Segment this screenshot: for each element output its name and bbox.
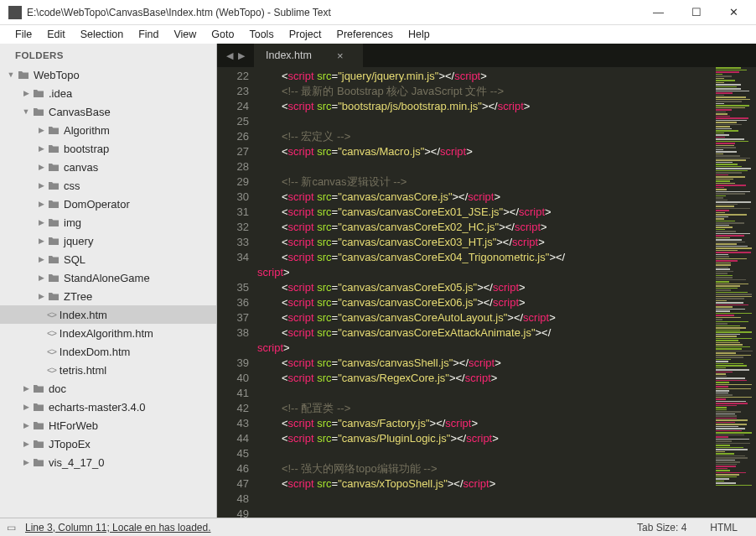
- nav-forward-icon[interactable]: ▶: [238, 50, 245, 61]
- tab-history-nav: ◀ ▶: [217, 44, 254, 67]
- window-controls: — ☐ ✕: [639, 1, 753, 24]
- folder-doc[interactable]: ▶doc: [0, 379, 216, 398]
- tree-label: JTopoEx: [49, 438, 91, 450]
- menu-view[interactable]: View: [167, 27, 203, 42]
- disclosure-triangle-icon[interactable]: ▶: [20, 421, 32, 429]
- file-icon: <>: [47, 346, 56, 356]
- disclosure-triangle-icon[interactable]: ▶: [35, 292, 47, 300]
- menu-file[interactable]: File: [8, 27, 39, 42]
- file-icon: <>: [47, 310, 56, 320]
- maximize-button[interactable]: ☐: [677, 1, 715, 24]
- disclosure-triangle-icon[interactable]: ▶: [20, 440, 32, 448]
- tree-label: vis_4_17_0: [49, 456, 105, 469]
- tree-label: CanvasBase: [49, 106, 111, 118]
- folder-icon: [47, 216, 60, 228]
- menu-help[interactable]: Help: [401, 27, 437, 42]
- minimize-button[interactable]: —: [639, 1, 677, 24]
- window-titlebar: E:\code\WebTopo\CanvasBase\Index.htm (We…: [0, 0, 756, 25]
- folder-icon: [47, 198, 60, 210]
- main-area: FOLDERS ▼WebTopo▶.idea▼CanvasBase▶Algori…: [0, 44, 756, 518]
- status-message[interactable]: Line 3, Column 11; Locale en has loaded.: [22, 522, 637, 533]
- file-icon: <>: [47, 365, 56, 375]
- tab-index-htm[interactable]: Index.htm ×: [254, 44, 363, 67]
- tab-close-icon[interactable]: ×: [337, 49, 344, 62]
- folder-icon: [32, 456, 45, 468]
- disclosure-triangle-icon[interactable]: ▶: [20, 403, 32, 411]
- folder-icon: [32, 438, 45, 450]
- tree-label: WebTopo: [34, 69, 80, 81]
- folder-canvas[interactable]: ▶canvas: [0, 158, 216, 176]
- folder-icon: [17, 69, 30, 81]
- app-icon: [8, 6, 22, 19]
- sidebar: FOLDERS ▼WebTopo▶.idea▼CanvasBase▶Algori…: [0, 44, 217, 518]
- line-gutter: 22232425262728293031323334 35363738 3940…: [217, 67, 257, 518]
- folder-css[interactable]: ▶css: [0, 176, 216, 195]
- tree-label: bootstrap: [64, 143, 109, 155]
- disclosure-triangle-icon[interactable]: ▶: [35, 218, 47, 226]
- folder-icon: [32, 382, 45, 394]
- close-button[interactable]: ✕: [715, 1, 753, 24]
- file-indexdom-htm[interactable]: <>IndexDom.htm: [0, 342, 216, 361]
- folder-jquery[interactable]: ▶jquery: [0, 232, 216, 250]
- folder-algorithm[interactable]: ▶Algorithm: [0, 121, 216, 139]
- folder-jtopoex[interactable]: ▶JTopoEx: [0, 435, 216, 453]
- menu-tools[interactable]: Tools: [242, 27, 280, 42]
- tree-label: .idea: [49, 87, 72, 100]
- disclosure-triangle-icon[interactable]: ▶: [35, 237, 47, 245]
- menu-project[interactable]: Project: [282, 27, 329, 42]
- status-panel-icon[interactable]: ▭: [0, 522, 22, 533]
- folder-sql[interactable]: ▶SQL: [0, 250, 216, 268]
- menu-goto[interactable]: Goto: [205, 27, 241, 42]
- folder-standalonegame[interactable]: ▶StandAloneGame: [0, 268, 216, 287]
- menu-bar: FileEditSelectionFindViewGotoToolsProjec…: [0, 25, 756, 44]
- nav-back-icon[interactable]: ◀: [226, 50, 233, 61]
- code-content[interactable]: <script src="jquery/jquery.min.js"></scr…: [257, 67, 714, 518]
- tree-label: ZTree: [64, 290, 92, 303]
- status-bar: ▭ Line 3, Column 11; Locale en has loade…: [0, 518, 756, 536]
- folder-webtopo[interactable]: ▼WebTopo: [0, 65, 216, 84]
- disclosure-triangle-icon[interactable]: ▼: [20, 107, 32, 116]
- folder--idea[interactable]: ▶.idea: [0, 84, 216, 102]
- tree-label: jquery: [64, 235, 93, 247]
- tab-bar: ◀ ▶ Index.htm ×: [217, 44, 756, 67]
- status-tabsize[interactable]: Tab Size: 4: [637, 522, 686, 533]
- file-indexalgorithm-htm[interactable]: <>IndexAlgorithm.htm: [0, 324, 216, 342]
- sidebar-header: FOLDERS: [0, 47, 216, 65]
- file-tetris-html[interactable]: <>tetris.html: [0, 361, 216, 379]
- window-title: E:\code\WebTopo\CanvasBase\Index.htm (We…: [27, 7, 639, 18]
- folder-echarts-master3-4-0[interactable]: ▶echarts-master3.4.0: [0, 398, 216, 416]
- disclosure-triangle-icon[interactable]: ▶: [35, 163, 47, 171]
- disclosure-triangle-icon[interactable]: ▶: [20, 458, 32, 466]
- file-icon: <>: [47, 328, 56, 338]
- menu-selection[interactable]: Selection: [74, 27, 130, 42]
- tab-label: Index.htm: [266, 49, 312, 61]
- menu-preferences[interactable]: Preferences: [330, 27, 400, 42]
- folder-icon: [47, 272, 60, 284]
- folder-htforweb[interactable]: ▶HtForWeb: [0, 416, 216, 435]
- disclosure-triangle-icon[interactable]: ▶: [20, 384, 32, 393]
- folder-bootstrap[interactable]: ▶bootstrap: [0, 139, 216, 158]
- tree-label: DomOperator: [64, 198, 130, 211]
- disclosure-triangle-icon[interactable]: ▶: [35, 273, 47, 282]
- folder-vis-4-17-0[interactable]: ▶vis_4_17_0: [0, 453, 216, 471]
- disclosure-triangle-icon[interactable]: ▶: [20, 89, 32, 97]
- disclosure-triangle-icon[interactable]: ▶: [35, 200, 47, 208]
- minimap[interactable]: [714, 67, 756, 518]
- status-syntax[interactable]: HTML: [710, 522, 738, 533]
- folder-img[interactable]: ▶img: [0, 213, 216, 232]
- folder-icon: [47, 253, 60, 265]
- disclosure-triangle-icon[interactable]: ▶: [35, 126, 47, 134]
- folder-ztree[interactable]: ▶ZTree: [0, 287, 216, 305]
- tree-label: echarts-master3.4.0: [49, 401, 146, 414]
- menu-edit[interactable]: Edit: [40, 27, 72, 42]
- tree-label: css: [64, 180, 80, 192]
- disclosure-triangle-icon[interactable]: ▶: [35, 181, 47, 190]
- menu-find[interactable]: Find: [132, 27, 165, 42]
- disclosure-triangle-icon[interactable]: ▶: [35, 255, 47, 263]
- folder-canvasbase[interactable]: ▼CanvasBase: [0, 102, 216, 121]
- disclosure-triangle-icon[interactable]: ▶: [35, 144, 47, 153]
- folder-icon: [47, 143, 60, 154]
- folder-domoperator[interactable]: ▶DomOperator: [0, 195, 216, 213]
- disclosure-triangle-icon[interactable]: ▼: [5, 70, 17, 79]
- file-index-htm[interactable]: <>Index.htm: [0, 305, 216, 324]
